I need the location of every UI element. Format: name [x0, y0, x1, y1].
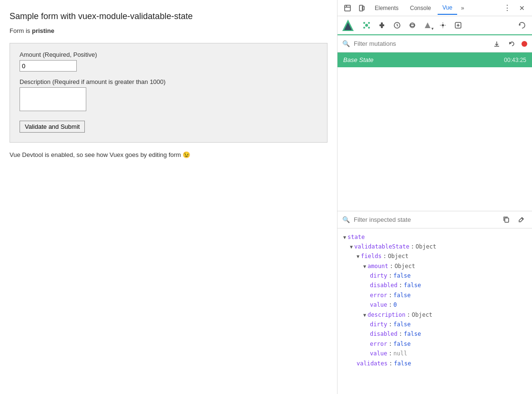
- description-field-group: Description (Required if amount is great…: [20, 78, 317, 111]
- amount-disabled-val: false: [404, 280, 421, 290]
- left-panel: Sample form with vuex-module-validatable…: [0, 0, 338, 394]
- amount-disabled-key: disabled: [370, 280, 398, 290]
- filter-inspected-input[interactable]: [354, 216, 497, 223]
- timeline-btn[interactable]: [390, 18, 404, 32]
- filter-mutations-bar: 🔍: [338, 35, 532, 52]
- amount-dirty-val: false: [393, 271, 410, 280]
- fields-type: Object: [388, 251, 409, 261]
- router-btn[interactable]: [405, 18, 419, 32]
- description-type: Object: [412, 310, 432, 320]
- amount-key: amount: [368, 261, 388, 271]
- search-icon-inspected: 🔍: [342, 216, 350, 223]
- base-state-time: 00:43:25: [504, 57, 526, 63]
- form-box: Amount (Required, Positive) Description …: [10, 43, 327, 143]
- tab-console[interactable]: Console: [405, 2, 436, 14]
- amount-dirty-row: dirty : false: [343, 271, 526, 280]
- desc-error-val: false: [393, 339, 410, 349]
- amount-value-row: value : 0: [343, 300, 526, 310]
- svg-point-17: [442, 24, 444, 27]
- desc-error-key: error: [370, 339, 387, 349]
- amount-error-val: false: [393, 290, 410, 300]
- vuex-store-btn[interactable]: [451, 18, 465, 32]
- svg-rect-25: [505, 218, 509, 222]
- description-obj-row: ▼ description : Object: [343, 310, 526, 320]
- mutation-list: Base State 00:43:25: [338, 52, 532, 211]
- desc-disabled-val: false: [404, 329, 421, 339]
- panel-divider: [338, 211, 532, 211]
- state-row: ▼ state: [343, 232, 526, 242]
- amount-field-group: Amount (Required, Positive): [20, 51, 317, 72]
- amount-dirty-key: dirty: [370, 271, 387, 280]
- validates-row: validates : false: [343, 359, 526, 368]
- validates-val: false: [394, 359, 411, 368]
- amount-error-row: error : false: [343, 290, 526, 300]
- inspect-element-btn[interactable]: [341, 2, 354, 14]
- description-input[interactable]: [20, 87, 86, 111]
- state-arrow[interactable]: ▼: [343, 233, 346, 241]
- base-state-row[interactable]: Base State 00:43:25: [338, 52, 532, 67]
- devtool-hint: Vue Devtool is enabled, so see how Vuex …: [10, 151, 327, 158]
- amount-type: Object: [395, 261, 415, 271]
- svg-point-11: [368, 27, 370, 29]
- vuex-btn[interactable]: [375, 18, 389, 32]
- svg-marker-16: [425, 22, 430, 28]
- import-btn[interactable]: [491, 38, 502, 50]
- svg-point-8: [363, 22, 365, 24]
- svg-rect-13: [381, 22, 383, 28]
- amount-value-key: value: [370, 300, 387, 310]
- fields-row: ▼ fields : Object: [343, 251, 526, 261]
- inspected-state-bar: 🔍: [338, 211, 532, 228]
- svg-point-7: [365, 24, 368, 27]
- desc-error-row: error : false: [343, 339, 526, 349]
- vue-toolbar: [338, 16, 532, 35]
- page-title: Sample form with vuex-module-validatable…: [10, 11, 327, 21]
- tab-vue[interactable]: Vue: [438, 1, 457, 15]
- amount-error-key: error: [370, 290, 387, 300]
- validatable-state-type: Object: [416, 242, 436, 251]
- amount-input[interactable]: [20, 60, 77, 72]
- components-btn[interactable]: [359, 18, 374, 32]
- devtools-topbar: Elements Console Vue » ⋮ ✕: [338, 0, 532, 16]
- record-dot: [522, 41, 527, 47]
- fields-arrow[interactable]: ▼: [357, 252, 359, 260]
- validatable-state-key: validatableState: [354, 242, 409, 251]
- device-toolbar-btn[interactable]: [356, 2, 368, 14]
- search-icon: 🔍: [342, 40, 350, 47]
- validatable-state-arrow[interactable]: ▼: [350, 243, 353, 251]
- revert-btn[interactable]: [506, 38, 518, 50]
- amount-label: Amount (Required, Positive): [20, 51, 317, 58]
- description-arrow[interactable]: ▼: [363, 311, 366, 319]
- form-status-prefix: Form is: [10, 27, 32, 34]
- desc-value-key: value: [370, 349, 387, 358]
- svg-marker-21: [519, 24, 521, 26]
- amount-row: ▼ amount : Object: [343, 261, 526, 271]
- refresh-btn[interactable]: [515, 18, 529, 32]
- more-tabs[interactable]: »: [459, 5, 466, 11]
- devtools-menu[interactable]: ⋮: [501, 3, 514, 12]
- copy-state-btn[interactable]: [501, 214, 512, 225]
- filter-mutations-input[interactable]: [354, 40, 487, 47]
- svg-marker-24: [510, 42, 511, 44]
- vue-logo: [340, 18, 356, 33]
- svg-point-9: [368, 22, 370, 24]
- desc-dirty-key: dirty: [370, 320, 387, 329]
- form-status: Form is pristine: [10, 27, 327, 34]
- state-tree: ▼ state ▼ validatableState : Object ▼ fi…: [338, 228, 532, 394]
- desc-value-row: value : null: [343, 349, 526, 358]
- desc-value-val: null: [393, 349, 407, 358]
- base-state-label: Base State: [343, 56, 374, 63]
- close-devtools-btn[interactable]: ✕: [516, 2, 528, 14]
- description-key: description: [368, 310, 405, 320]
- svg-rect-4: [362, 6, 364, 10]
- tab-elements[interactable]: Elements: [370, 2, 403, 14]
- settings-btn[interactable]: [436, 18, 450, 32]
- validatable-state-row: ▼ validatableState : Object: [343, 242, 526, 251]
- description-label: Description (Required if amount is great…: [20, 78, 317, 85]
- amount-disabled-row: disabled : false: [343, 280, 526, 290]
- performance-btn[interactable]: [420, 18, 435, 32]
- amount-arrow[interactable]: ▼: [363, 262, 366, 270]
- edit-state-btn[interactable]: [516, 214, 527, 225]
- validates-key: validates: [357, 359, 388, 368]
- desc-dirty-row: dirty : false: [343, 320, 526, 329]
- validate-submit-button[interactable]: Validate and Submit: [20, 121, 85, 133]
